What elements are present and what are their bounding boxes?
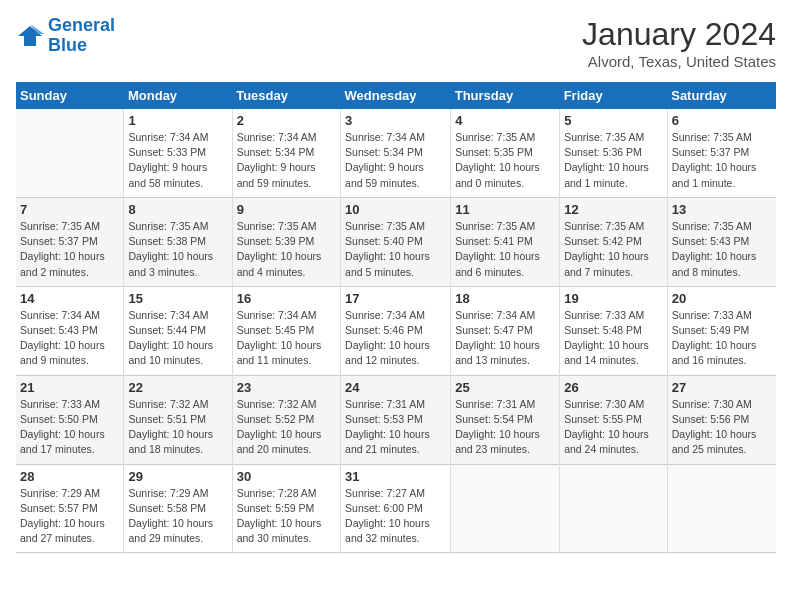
day-detail: Sunrise: 7:34 AM Sunset: 5:34 PM Dayligh… bbox=[345, 130, 446, 191]
day-number: 15 bbox=[128, 291, 227, 306]
day-cell bbox=[667, 464, 776, 553]
day-number: 12 bbox=[564, 202, 663, 217]
day-detail: Sunrise: 7:34 AM Sunset: 5:46 PM Dayligh… bbox=[345, 308, 446, 369]
day-cell: 22Sunrise: 7:32 AM Sunset: 5:51 PM Dayli… bbox=[124, 375, 232, 464]
day-detail: Sunrise: 7:34 AM Sunset: 5:33 PM Dayligh… bbox=[128, 130, 227, 191]
day-cell: 13Sunrise: 7:35 AM Sunset: 5:43 PM Dayli… bbox=[667, 197, 776, 286]
day-cell: 14Sunrise: 7:34 AM Sunset: 5:43 PM Dayli… bbox=[16, 286, 124, 375]
day-cell: 11Sunrise: 7:35 AM Sunset: 5:41 PM Dayli… bbox=[451, 197, 560, 286]
day-cell bbox=[560, 464, 668, 553]
logo-icon bbox=[16, 22, 44, 50]
day-detail: Sunrise: 7:35 AM Sunset: 5:41 PM Dayligh… bbox=[455, 219, 555, 280]
day-number: 11 bbox=[455, 202, 555, 217]
day-number: 26 bbox=[564, 380, 663, 395]
day-number: 1 bbox=[128, 113, 227, 128]
weekday-header-wednesday: Wednesday bbox=[341, 82, 451, 109]
weekday-header-monday: Monday bbox=[124, 82, 232, 109]
day-cell: 23Sunrise: 7:32 AM Sunset: 5:52 PM Dayli… bbox=[232, 375, 340, 464]
day-detail: Sunrise: 7:32 AM Sunset: 5:52 PM Dayligh… bbox=[237, 397, 336, 458]
day-detail: Sunrise: 7:34 AM Sunset: 5:45 PM Dayligh… bbox=[237, 308, 336, 369]
day-detail: Sunrise: 7:29 AM Sunset: 5:58 PM Dayligh… bbox=[128, 486, 227, 547]
logo: General Blue bbox=[16, 16, 115, 56]
day-number: 21 bbox=[20, 380, 119, 395]
day-detail: Sunrise: 7:35 AM Sunset: 5:42 PM Dayligh… bbox=[564, 219, 663, 280]
day-cell: 15Sunrise: 7:34 AM Sunset: 5:44 PM Dayli… bbox=[124, 286, 232, 375]
day-detail: Sunrise: 7:35 AM Sunset: 5:38 PM Dayligh… bbox=[128, 219, 227, 280]
day-number: 25 bbox=[455, 380, 555, 395]
calendar-table: SundayMondayTuesdayWednesdayThursdayFrid… bbox=[16, 82, 776, 553]
day-cell: 1Sunrise: 7:34 AM Sunset: 5:33 PM Daylig… bbox=[124, 109, 232, 197]
day-detail: Sunrise: 7:35 AM Sunset: 5:40 PM Dayligh… bbox=[345, 219, 446, 280]
day-cell: 2Sunrise: 7:34 AM Sunset: 5:34 PM Daylig… bbox=[232, 109, 340, 197]
day-detail: Sunrise: 7:35 AM Sunset: 5:35 PM Dayligh… bbox=[455, 130, 555, 191]
day-cell bbox=[16, 109, 124, 197]
day-number: 24 bbox=[345, 380, 446, 395]
week-row-2: 7Sunrise: 7:35 AM Sunset: 5:37 PM Daylig… bbox=[16, 197, 776, 286]
day-detail: Sunrise: 7:31 AM Sunset: 5:54 PM Dayligh… bbox=[455, 397, 555, 458]
day-cell: 6Sunrise: 7:35 AM Sunset: 5:37 PM Daylig… bbox=[667, 109, 776, 197]
day-cell: 20Sunrise: 7:33 AM Sunset: 5:49 PM Dayli… bbox=[667, 286, 776, 375]
day-number: 28 bbox=[20, 469, 119, 484]
day-number: 2 bbox=[237, 113, 336, 128]
day-cell: 28Sunrise: 7:29 AM Sunset: 5:57 PM Dayli… bbox=[16, 464, 124, 553]
day-number: 14 bbox=[20, 291, 119, 306]
svg-marker-0 bbox=[18, 26, 42, 46]
day-cell: 24Sunrise: 7:31 AM Sunset: 5:53 PM Dayli… bbox=[341, 375, 451, 464]
day-cell: 17Sunrise: 7:34 AM Sunset: 5:46 PM Dayli… bbox=[341, 286, 451, 375]
day-cell: 12Sunrise: 7:35 AM Sunset: 5:42 PM Dayli… bbox=[560, 197, 668, 286]
day-cell: 19Sunrise: 7:33 AM Sunset: 5:48 PM Dayli… bbox=[560, 286, 668, 375]
day-detail: Sunrise: 7:30 AM Sunset: 5:56 PM Dayligh… bbox=[672, 397, 772, 458]
day-cell: 31Sunrise: 7:27 AM Sunset: 6:00 PM Dayli… bbox=[341, 464, 451, 553]
day-detail: Sunrise: 7:33 AM Sunset: 5:49 PM Dayligh… bbox=[672, 308, 772, 369]
day-detail: Sunrise: 7:28 AM Sunset: 5:59 PM Dayligh… bbox=[237, 486, 336, 547]
day-cell: 18Sunrise: 7:34 AM Sunset: 5:47 PM Dayli… bbox=[451, 286, 560, 375]
day-number: 5 bbox=[564, 113, 663, 128]
day-number: 23 bbox=[237, 380, 336, 395]
day-cell: 16Sunrise: 7:34 AM Sunset: 5:45 PM Dayli… bbox=[232, 286, 340, 375]
day-number: 3 bbox=[345, 113, 446, 128]
day-detail: Sunrise: 7:34 AM Sunset: 5:47 PM Dayligh… bbox=[455, 308, 555, 369]
day-detail: Sunrise: 7:33 AM Sunset: 5:48 PM Dayligh… bbox=[564, 308, 663, 369]
day-number: 20 bbox=[672, 291, 772, 306]
day-number: 9 bbox=[237, 202, 336, 217]
weekday-header-tuesday: Tuesday bbox=[232, 82, 340, 109]
day-number: 10 bbox=[345, 202, 446, 217]
day-number: 16 bbox=[237, 291, 336, 306]
weekday-header-thursday: Thursday bbox=[451, 82, 560, 109]
day-detail: Sunrise: 7:35 AM Sunset: 5:36 PM Dayligh… bbox=[564, 130, 663, 191]
day-detail: Sunrise: 7:34 AM Sunset: 5:43 PM Dayligh… bbox=[20, 308, 119, 369]
weekday-header-friday: Friday bbox=[560, 82, 668, 109]
day-number: 7 bbox=[20, 202, 119, 217]
day-detail: Sunrise: 7:33 AM Sunset: 5:50 PM Dayligh… bbox=[20, 397, 119, 458]
day-cell: 5Sunrise: 7:35 AM Sunset: 5:36 PM Daylig… bbox=[560, 109, 668, 197]
day-cell: 25Sunrise: 7:31 AM Sunset: 5:54 PM Dayli… bbox=[451, 375, 560, 464]
day-cell: 3Sunrise: 7:34 AM Sunset: 5:34 PM Daylig… bbox=[341, 109, 451, 197]
day-detail: Sunrise: 7:34 AM Sunset: 5:34 PM Dayligh… bbox=[237, 130, 336, 191]
day-cell: 8Sunrise: 7:35 AM Sunset: 5:38 PM Daylig… bbox=[124, 197, 232, 286]
day-number: 27 bbox=[672, 380, 772, 395]
weekday-header-row: SundayMondayTuesdayWednesdayThursdayFrid… bbox=[16, 82, 776, 109]
day-cell: 7Sunrise: 7:35 AM Sunset: 5:37 PM Daylig… bbox=[16, 197, 124, 286]
day-detail: Sunrise: 7:32 AM Sunset: 5:51 PM Dayligh… bbox=[128, 397, 227, 458]
day-cell: 26Sunrise: 7:30 AM Sunset: 5:55 PM Dayli… bbox=[560, 375, 668, 464]
day-number: 31 bbox=[345, 469, 446, 484]
day-cell: 27Sunrise: 7:30 AM Sunset: 5:56 PM Dayli… bbox=[667, 375, 776, 464]
day-number: 13 bbox=[672, 202, 772, 217]
day-number: 6 bbox=[672, 113, 772, 128]
weekday-header-saturday: Saturday bbox=[667, 82, 776, 109]
day-cell bbox=[451, 464, 560, 553]
day-detail: Sunrise: 7:35 AM Sunset: 5:39 PM Dayligh… bbox=[237, 219, 336, 280]
day-number: 17 bbox=[345, 291, 446, 306]
day-number: 18 bbox=[455, 291, 555, 306]
day-detail: Sunrise: 7:31 AM Sunset: 5:53 PM Dayligh… bbox=[345, 397, 446, 458]
week-row-4: 21Sunrise: 7:33 AM Sunset: 5:50 PM Dayli… bbox=[16, 375, 776, 464]
location: Alvord, Texas, United States bbox=[582, 53, 776, 70]
day-detail: Sunrise: 7:30 AM Sunset: 5:55 PM Dayligh… bbox=[564, 397, 663, 458]
week-row-1: 1Sunrise: 7:34 AM Sunset: 5:33 PM Daylig… bbox=[16, 109, 776, 197]
day-detail: Sunrise: 7:35 AM Sunset: 5:37 PM Dayligh… bbox=[672, 130, 772, 191]
day-number: 29 bbox=[128, 469, 227, 484]
day-detail: Sunrise: 7:27 AM Sunset: 6:00 PM Dayligh… bbox=[345, 486, 446, 547]
title-block: January 2024 Alvord, Texas, United State… bbox=[582, 16, 776, 70]
day-detail: Sunrise: 7:35 AM Sunset: 5:37 PM Dayligh… bbox=[20, 219, 119, 280]
day-cell: 21Sunrise: 7:33 AM Sunset: 5:50 PM Dayli… bbox=[16, 375, 124, 464]
